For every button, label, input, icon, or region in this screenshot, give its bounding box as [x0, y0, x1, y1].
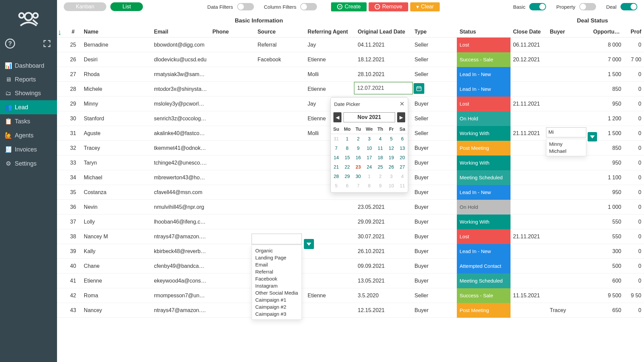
cell-status[interactable]: On Hold [457, 111, 510, 126]
cell-status[interactable]: Working With [457, 156, 510, 170]
date-input[interactable]: 12.07.2021 [354, 82, 413, 95]
cell-source[interactable]: Facebook [255, 57, 305, 63]
dp-day[interactable]: 4 [397, 172, 408, 181]
col-opp[interactable]: Opportunity [591, 29, 624, 35]
create-button[interactable]: +Create [331, 2, 367, 11]
col-prof[interactable]: Prof [624, 29, 644, 35]
sidebar-item-reports[interactable]: 🖥Reports [0, 73, 57, 86]
dp-day[interactable]: 10 [386, 181, 397, 190]
dp-day[interactable]: 25 [375, 162, 386, 172]
clear-button[interactable]: ▾Clear [410, 2, 440, 11]
source-option[interactable]: Organic [255, 247, 298, 254]
dp-day[interactable]: 22 [342, 162, 353, 172]
deal-toggle[interactable] [621, 3, 637, 10]
sidebar-item-agents[interactable]: 🙋Agents [0, 128, 57, 142]
dp-day[interactable]: 29 [342, 172, 353, 181]
col-status[interactable]: Status [457, 29, 510, 35]
dp-day[interactable]: 28 [331, 172, 342, 181]
dp-day[interactable]: 23 [353, 162, 364, 172]
col-buyer[interactable]: Buyer [547, 29, 590, 35]
dp-day[interactable]: 2 [353, 134, 364, 144]
cell-status[interactable]: Lost [457, 97, 510, 111]
dp-day[interactable]: 31 [331, 134, 342, 144]
dp-day[interactable]: 5 [331, 181, 342, 190]
column-filters-toggle[interactable] [300, 3, 317, 10]
dp-day[interactable]: 3 [364, 134, 375, 144]
date-picker-close[interactable]: ✕ [399, 100, 405, 108]
cell-source[interactable]: Referral [255, 42, 305, 48]
cell-date[interactable]: 29.09.2021 [355, 219, 412, 225]
dp-day[interactable]: 16 [353, 153, 364, 162]
cell-status[interactable]: Post Meeting [457, 303, 510, 318]
col-email[interactable]: Email [151, 29, 210, 35]
table-row[interactable]: 43Nanceyntrays47@amazon.com12.15.2021Buy… [57, 303, 644, 318]
source-option[interactable]: Landing Page [255, 254, 298, 261]
table-row[interactable]: 38Nancey Mntrays47@amazon.com30.07.2021B… [57, 229, 644, 244]
dp-day[interactable]: 5 [386, 134, 397, 144]
cell-status[interactable]: Lost [457, 229, 510, 244]
dp-day[interactable]: 26 [386, 162, 397, 172]
dp-day[interactable]: 19 [386, 153, 397, 162]
cell-date[interactable]: 26.10.2021 [355, 248, 412, 254]
source-option[interactable]: Referral [255, 268, 298, 275]
table-row[interactable]: 42Romarmompesson7@unc.eduEtienne3.5.2020… [57, 288, 644, 303]
cell-status[interactable]: Lost [457, 38, 510, 52]
sidebar-item-invoices[interactable]: 🧾Invoices [0, 142, 57, 157]
sidebar-item-tasks[interactable]: 📋Tasks [0, 114, 57, 128]
dp-day[interactable]: 12 [386, 143, 397, 153]
cell-status[interactable]: Success - Sale [457, 288, 510, 303]
dp-day[interactable]: 4 [375, 134, 386, 144]
col-close[interactable]: Close Date [511, 29, 547, 35]
dp-day[interactable]: 9 [353, 143, 364, 153]
sidebar-item-showings[interactable]: 🗂Showings [0, 86, 57, 100]
table-row[interactable]: 40Chanecfenby49@bandcamp.com09.09.2021Bu… [57, 259, 644, 274]
col-date[interactable]: Original Lead Date [355, 29, 412, 35]
col-type[interactable]: Type [412, 29, 457, 35]
dp-day[interactable]: 1 [342, 134, 353, 144]
dp-day[interactable]: 17 [364, 153, 375, 162]
cell-buyer[interactable]: Tracey [547, 307, 590, 313]
cell-status[interactable]: Meeting Scheduled [457, 274, 510, 288]
dp-day[interactable]: 8 [364, 181, 375, 190]
buyer-input[interactable]: Mi [546, 127, 586, 137]
table-row[interactable]: 25Bernadinebbowdont@digg.comReferralJay0… [57, 38, 644, 52]
source-option[interactable]: Instagram [255, 282, 298, 289]
col-name[interactable]: Name [81, 29, 151, 35]
sidebar-item-lead[interactable]: 👥Lead [0, 100, 57, 114]
cell-status[interactable]: Meeting Scheduled [457, 170, 510, 185]
date-picker-prev[interactable]: ◀ [333, 112, 341, 122]
col-source[interactable]: Source [255, 29, 305, 35]
cell-date[interactable]: 23.05.2021 [355, 204, 412, 210]
cell-status[interactable]: Post Meeting [457, 141, 510, 156]
dp-day[interactable]: 30 [353, 172, 364, 181]
basic-toggle[interactable] [529, 3, 546, 10]
cell-date[interactable]: 28.10.2021 [355, 71, 412, 77]
dp-day[interactable]: 18 [375, 153, 386, 162]
buyer-option[interactable]: Michael [549, 147, 583, 155]
col-phone[interactable]: Phone [210, 29, 255, 35]
expand-icon[interactable] [42, 39, 52, 49]
dp-day[interactable]: 9 [375, 181, 386, 190]
cell-status[interactable]: Working With [457, 126, 510, 141]
dp-day[interactable]: 8 [342, 143, 353, 153]
table-row[interactable]: 37Lollylhooban46@ifeng.com29.09.2021Buye… [57, 215, 644, 229]
dp-day[interactable]: 11 [375, 143, 386, 153]
help-icon[interactable]: ? [5, 39, 15, 49]
cell-status[interactable]: On Hold [457, 200, 510, 215]
dp-day[interactable]: 27 [397, 162, 408, 172]
source-input[interactable] [252, 234, 302, 244]
sort-indicator-icon[interactable]: ↓ [58, 27, 62, 37]
source-option[interactable]: Facebook [255, 275, 298, 282]
date-picker-open-button[interactable] [414, 83, 424, 94]
cell-status[interactable]: Success - Sale [457, 52, 510, 67]
cell-date[interactable]: 12.15.2021 [355, 307, 412, 313]
col-ref[interactable]: Referring Agent [305, 29, 355, 35]
sidebar-item-dashboard[interactable]: 📊Dashboard [0, 59, 57, 73]
source-option[interactable]: Email [255, 261, 298, 268]
dp-day[interactable]: 21 [331, 162, 342, 172]
cell-date[interactable]: 09.09.2021 [355, 263, 412, 269]
table-row[interactable]: 39Kallykbirbeck48@reverbnation.com26.10.… [57, 244, 644, 259]
cell-date[interactable]: 04.11.2021 [355, 42, 412, 48]
buyer-dropdown-button[interactable] [588, 132, 597, 141]
cell-status[interactable]: Lead In - New [457, 67, 510, 82]
